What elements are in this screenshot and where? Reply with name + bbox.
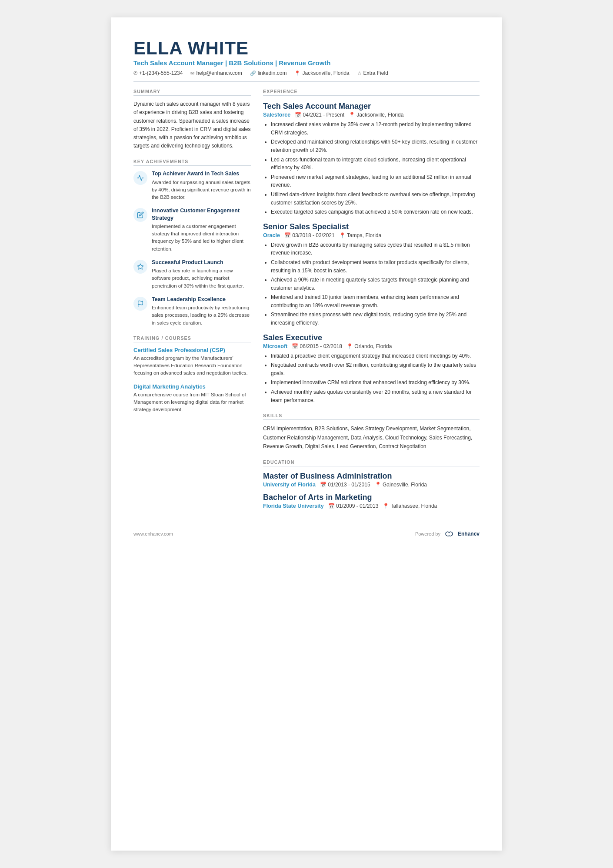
- enhancv-logo-icon: [443, 530, 455, 537]
- bullet-item: Executed targeted sales campaigns that a…: [271, 208, 480, 216]
- course-item: Digital Marketing Analytics A comprehens…: [133, 383, 251, 414]
- pin-icon: 📍: [339, 232, 347, 238]
- job-location: 📍 Jacksonville, Florida: [349, 112, 403, 118]
- experience-label: EXPERIENCE: [263, 89, 480, 96]
- job-company: Oracle: [263, 232, 280, 238]
- contact-phone: ✆ +1-(234)-555-1234: [133, 70, 183, 76]
- achievement-desc: Implemented a customer engagement strate…: [152, 223, 251, 253]
- achievement-item: Innovative Customer Engagement Strategy …: [133, 207, 251, 253]
- achievement-title: Top Achiever Award in Tech Sales: [152, 170, 251, 177]
- achievement-content: Team Leadership Excellence Enhanced team…: [152, 296, 251, 327]
- achievement-item: Team Leadership Excellence Enhanced team…: [133, 296, 251, 327]
- edu-degree: Master of Business Administration: [263, 472, 480, 481]
- footer: www.enhancv.com Powered by Enhancv: [133, 525, 480, 537]
- body-layout: SUMMARY Dynamic tech sales account manag…: [133, 89, 480, 509]
- bullet-item: Drove growth in B2B accounts by managing…: [271, 241, 480, 257]
- achievement-item: Successful Product Launch Played a key r…: [133, 259, 251, 290]
- edu-location: 📍 Gainesville, Florida: [375, 482, 427, 488]
- job-company: Salesforce: [263, 112, 290, 118]
- achievement-icon-wrap: [133, 208, 147, 222]
- calendar-icon: 📅: [292, 343, 300, 349]
- job-date: 📅 03/2018 - 03/2021: [284, 232, 335, 238]
- summary-text: Dynamic tech sales account manager with …: [133, 100, 251, 150]
- education-label: EDUCATION: [263, 459, 480, 466]
- pin-icon: 📍: [346, 343, 354, 349]
- email-icon: ✉: [190, 70, 194, 76]
- footer-brand: Powered by Enhancv: [415, 530, 480, 537]
- job-title: Senior Sales Specialist: [263, 222, 480, 231]
- bullet-item: Collaborated with product development te…: [271, 258, 480, 275]
- bullet-item: Implemented innovative CRM solutions tha…: [271, 379, 480, 387]
- course-desc: A comprehensive course from MIT Sloan Sc…: [133, 391, 251, 414]
- contact-extra: ☆ Extra Field: [357, 70, 388, 76]
- achievements-label: KEY ACHIEVEMENTS: [133, 159, 251, 166]
- location-icon: 📍: [294, 70, 300, 76]
- candidate-title: Tech Sales Account Manager | B2B Solutio…: [133, 59, 480, 67]
- calendar-icon: 📅: [284, 232, 292, 238]
- calendar-icon: 📅: [295, 112, 303, 118]
- bullet-item: Initiated a proactive client engagement …: [271, 352, 480, 360]
- pin-icon: 📍: [375, 482, 383, 488]
- achievement-desc: Awarded for surpassing annual sales targ…: [152, 179, 251, 201]
- job-meta: Microsoft 📅 06/2015 - 02/2018 📍 Orlando,…: [263, 343, 480, 349]
- job-bullets: Increased client sales volume by 35% ove…: [271, 121, 480, 216]
- bullet-item: Streamlined the sales process with new d…: [271, 311, 480, 327]
- course-title: Certified Sales Professional (CSP): [133, 347, 251, 353]
- edu-date: 📅 01/2013 - 01/2015: [320, 482, 370, 488]
- job-title: Sales Executive: [263, 333, 480, 342]
- training-label: TRAINING / COURSES: [133, 335, 251, 342]
- achievement-title: Team Leadership Excellence: [152, 296, 251, 303]
- job-company: Microsoft: [263, 343, 287, 349]
- achievement-content: Innovative Customer Engagement Strategy …: [152, 207, 251, 253]
- edu-date: 📅 01/2009 - 01/2013: [328, 503, 379, 509]
- achievement-icon-wrap: [133, 297, 147, 311]
- achievement-icon-wrap: [133, 171, 147, 185]
- bullet-item: Pioneered new market segment strategies,…: [271, 173, 480, 189]
- job-bullets: Drove growth in B2B accounts by managing…: [271, 241, 480, 327]
- bullet-item: Increased client sales volume by 35% ove…: [271, 121, 480, 137]
- bullet-item: Led a cross-functional team to integrate…: [271, 156, 480, 172]
- edu-location: 📍 Tallahassee, Florida: [383, 503, 437, 509]
- edu-school: Florida State University: [263, 503, 324, 509]
- job-meta: Salesforce 📅 04/2021 - Present 📍 Jackson…: [263, 112, 480, 118]
- bullet-item: Mentored and trained 10 junior team memb…: [271, 293, 480, 309]
- footer-url: www.enhancv.com: [133, 531, 173, 536]
- job-location: 📍 Tampa, Florida: [339, 232, 382, 238]
- job-date: 📅 04/2021 - Present: [295, 112, 344, 118]
- achievement-desc: Enhanced team productivity by restructur…: [152, 304, 251, 327]
- pin-icon: 📍: [383, 503, 390, 509]
- calendar-icon: 📅: [328, 503, 336, 509]
- bullet-item: Achieved monthly sales quotas consistent…: [271, 388, 480, 404]
- contact-bar: ✆ +1-(234)-555-1234 ✉ help@enhancv.com 🔗…: [133, 70, 480, 82]
- course-title: Digital Marketing Analytics: [133, 383, 251, 390]
- achievement-content: Top Achiever Award in Tech Sales Awarded…: [152, 170, 251, 201]
- achievement-title: Successful Product Launch: [152, 259, 251, 266]
- bullet-item: Utilized data-driven insights from clien…: [271, 191, 480, 207]
- right-column: EXPERIENCE Tech Sales Account Manager Sa…: [263, 89, 480, 509]
- achievement-icon-wrap: [133, 260, 147, 274]
- calendar-icon: 📅: [320, 482, 328, 488]
- flag-icon: [137, 300, 144, 307]
- bullet-item: Developed and maintained strong relation…: [271, 138, 480, 154]
- contact-linkedin: 🔗 linkedin.com: [250, 70, 287, 76]
- job-meta: Oracle 📅 03/2018 - 03/2021 📍 Tampa, Flor…: [263, 232, 480, 238]
- achievement-title: Innovative Customer Engagement Strategy: [152, 207, 251, 221]
- phone-icon: ✆: [133, 70, 137, 76]
- candidate-name: ELLA WHITE: [133, 38, 480, 58]
- course-desc: An accredited program by the Manufacture…: [133, 355, 251, 377]
- achievement-content: Successful Product Launch Played a key r…: [152, 259, 251, 290]
- skills-text: CRM Implementation, B2B Solutions, Sales…: [263, 424, 480, 451]
- course-item: Certified Sales Professional (CSP) An ac…: [133, 347, 251, 377]
- linkedin-icon: 🔗: [250, 70, 256, 76]
- edu-meta: University of Florida 📅 01/2013 - 01/201…: [263, 482, 480, 488]
- svg-marker-0: [137, 264, 143, 269]
- resume-page: ELLA WHITE Tech Sales Account Manager | …: [111, 17, 502, 851]
- powered-by-text: Powered by: [415, 531, 440, 536]
- achievement-item: Top Achiever Award in Tech Sales Awarded…: [133, 170, 251, 201]
- summary-label: SUMMARY: [133, 89, 251, 96]
- contact-location: 📍 Jacksonville, Florida: [294, 70, 349, 76]
- skills-label: SKILLS: [263, 413, 480, 420]
- pin-icon: 📍: [349, 112, 356, 118]
- job-bullets: Initiated a proactive client engagement …: [271, 352, 480, 405]
- job-date: 📅 06/2015 - 02/2018: [292, 343, 342, 349]
